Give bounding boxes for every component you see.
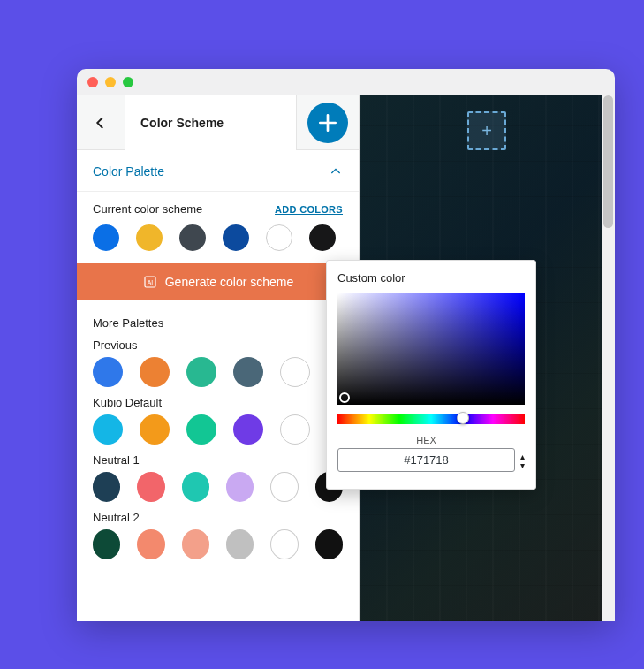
current-scheme-label: Current color scheme — [93, 202, 202, 216]
color-picker-popover: Custom color HEX ▴ ▾ — [326, 260, 536, 490]
hex-row: HEX ▴ ▾ — [337, 435, 525, 472]
zoom-traffic-light-icon[interactable] — [123, 77, 133, 87]
palette-swatch-row — [93, 529, 343, 559]
window-titlebar — [77, 69, 615, 95]
section-toggle-color-palette[interactable]: Color Palette — [77, 150, 359, 192]
hue-handle[interactable] — [457, 412, 469, 424]
hex-input[interactable] — [337, 448, 515, 472]
palette-swatch[interactable] — [233, 414, 263, 445]
palette-swatch[interactable] — [270, 529, 298, 559]
palette-pane: Current color scheme ADD COLORS AI Gener… — [77, 192, 359, 621]
chevron-left-icon — [93, 115, 109, 131]
sidebar: Color Scheme Color Palette Current color… — [77, 95, 360, 621]
saturation-value-area[interactable] — [337, 293, 525, 405]
section-title: Color Palette — [93, 164, 164, 179]
hue-slider[interactable] — [337, 414, 525, 424]
format-stepper[interactable]: ▴ ▾ — [520, 452, 525, 472]
current-swatch[interactable] — [179, 224, 206, 251]
generate-button-label: Generate color scheme — [165, 275, 294, 289]
close-traffic-light-icon[interactable] — [87, 77, 98, 87]
palette-swatch[interactable] — [93, 357, 123, 387]
palette-swatch-row — [93, 414, 343, 445]
plus-icon: + — [481, 121, 492, 141]
more-palettes-label: More Palettes — [93, 316, 343, 330]
current-swatch[interactable] — [266, 224, 292, 251]
palette-swatch-row — [93, 357, 343, 387]
add-colors-link[interactable]: ADD COLORS — [275, 204, 343, 215]
sidebar-header: Color Scheme — [77, 95, 359, 150]
palette-swatch[interactable] — [140, 357, 170, 387]
palette-swatch[interactable] — [93, 414, 123, 445]
palette-swatch-row — [93, 472, 343, 502]
palette-name: Kubio Default — [93, 396, 343, 409]
sv-handle[interactable] — [339, 392, 350, 403]
back-button[interactable] — [77, 95, 125, 150]
current-swatch[interactable] — [309, 224, 336, 251]
current-scheme-header: Current color scheme ADD COLORS — [93, 202, 343, 216]
picker-title: Custom color — [337, 271, 525, 285]
page-title: Color Scheme — [125, 95, 297, 150]
scrollbar-thumb[interactable] — [603, 95, 613, 228]
more-palettes-list: PreviousKubio DefaultNeutral 1Neutral 2 — [93, 338, 343, 559]
hex-label: HEX — [337, 435, 515, 445]
current-swatch[interactable] — [136, 224, 163, 251]
palette-swatch[interactable] — [280, 414, 310, 445]
palette-name: Neutral 2 — [93, 511, 343, 524]
palette-swatch[interactable] — [137, 529, 164, 559]
add-button[interactable] — [307, 103, 348, 143]
palette-swatch[interactable] — [186, 357, 216, 387]
insert-block-target[interactable]: + — [467, 111, 506, 150]
palette-swatch[interactable] — [226, 472, 254, 502]
palette-swatch[interactable] — [233, 357, 263, 387]
palette-swatch[interactable] — [182, 529, 209, 559]
stepper-down-icon[interactable]: ▾ — [520, 461, 525, 470]
preview-scrollbar[interactable] — [602, 95, 615, 621]
current-swatch[interactable] — [223, 224, 249, 251]
svg-text:AI: AI — [148, 279, 154, 285]
palette-swatch[interactable] — [140, 414, 170, 445]
palette-swatch[interactable] — [137, 472, 164, 502]
palette-swatch[interactable] — [182, 472, 209, 502]
palette-swatch[interactable] — [280, 357, 310, 387]
ai-sparkle-icon: AI — [142, 274, 158, 290]
palette-swatch[interactable] — [93, 529, 120, 559]
chevron-up-icon — [329, 164, 343, 179]
palette-swatch[interactable] — [315, 529, 343, 559]
generate-color-scheme-button[interactable]: AI Generate color scheme — [77, 263, 359, 300]
palette-swatch[interactable] — [93, 472, 120, 502]
palette-swatch[interactable] — [270, 472, 298, 502]
plus-icon — [316, 111, 339, 134]
palette-swatch[interactable] — [186, 414, 216, 445]
palette-name: Previous — [93, 338, 343, 352]
current-swatch[interactable] — [93, 224, 119, 251]
minimize-traffic-light-icon[interactable] — [105, 77, 116, 87]
current-swatch-row — [93, 224, 343, 251]
palette-swatch[interactable] — [226, 529, 254, 559]
palette-name: Neutral 1 — [93, 453, 343, 467]
